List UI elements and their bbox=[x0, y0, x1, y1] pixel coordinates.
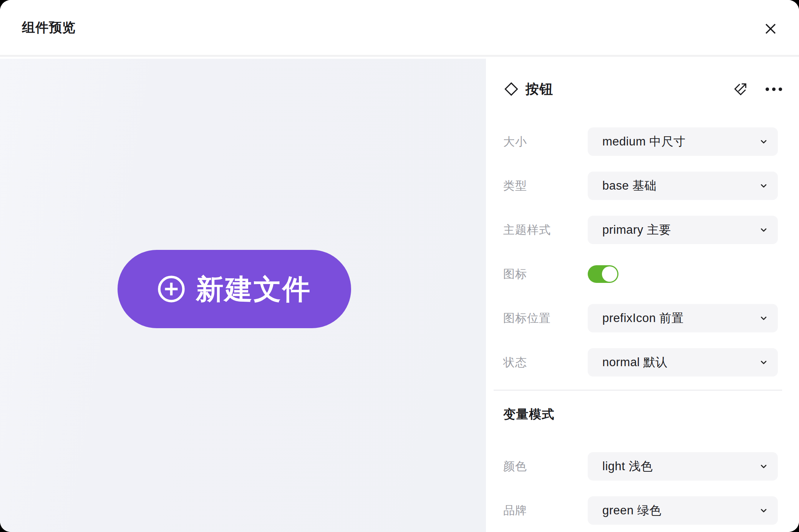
toggle-knob bbox=[602, 266, 617, 282]
prop-row-icon-position: 图标位置 prefixIcon 前置 bbox=[503, 304, 778, 332]
chevron-down-icon bbox=[759, 225, 769, 235]
open-in-new-icon bbox=[733, 81, 748, 97]
modal-title: 组件预览 bbox=[22, 19, 76, 36]
select-value: primary 主要 bbox=[602, 222, 671, 238]
preview-demo-button[interactable]: 新建文件 bbox=[118, 250, 351, 328]
component-name: 按钮 bbox=[525, 80, 553, 98]
icon-toggle[interactable] bbox=[588, 265, 618, 283]
more-dots-icon bbox=[766, 88, 782, 91]
section-title: 变量模式 bbox=[503, 406, 555, 423]
plus-circle-icon bbox=[157, 275, 185, 303]
preview-canvas: 新建文件 bbox=[0, 59, 486, 532]
section-divider bbox=[494, 390, 782, 391]
select-value: normal 默认 bbox=[602, 354, 668, 370]
chevron-down-icon bbox=[759, 181, 769, 191]
prop-row-icon: 图标 bbox=[503, 260, 778, 288]
chevron-down-icon bbox=[759, 313, 769, 323]
prop-label: 主题样式 bbox=[503, 216, 551, 244]
type-select[interactable]: base 基础 bbox=[588, 172, 778, 200]
properties-panel: 按钮 大小 medium 中尺寸 bbox=[486, 59, 799, 532]
demo-button-label: 新建文件 bbox=[196, 275, 311, 303]
prop-row-size: 大小 medium 中尺寸 bbox=[503, 127, 778, 156]
chevron-down-icon bbox=[759, 506, 769, 515]
prop-label: 颜色 bbox=[503, 452, 527, 481]
select-value: green 绿色 bbox=[602, 502, 661, 519]
prop-row-status: 状态 normal 默认 bbox=[503, 348, 778, 377]
select-value: light 浅色 bbox=[602, 458, 653, 474]
brand-select[interactable]: green 绿色 bbox=[588, 496, 778, 525]
panel-header: 按钮 bbox=[503, 80, 783, 98]
more-menu-button[interactable] bbox=[765, 81, 782, 97]
prop-label: 图标 bbox=[503, 260, 527, 288]
color-select[interactable]: light 浅色 bbox=[588, 452, 778, 481]
open-component-button[interactable] bbox=[732, 81, 749, 97]
icon-position-select[interactable]: prefixIcon 前置 bbox=[588, 304, 778, 332]
status-select[interactable]: normal 默认 bbox=[588, 348, 778, 377]
component-preview-modal: 组件预览 新建文件 按钮 bbox=[0, 0, 799, 532]
modal-header: 组件预览 bbox=[0, 0, 799, 57]
prop-label: 品牌 bbox=[503, 496, 527, 525]
select-value: prefixIcon 前置 bbox=[602, 310, 684, 326]
prop-label: 状态 bbox=[503, 348, 527, 377]
component-diamond-icon bbox=[503, 81, 519, 97]
size-select[interactable]: medium 中尺寸 bbox=[588, 127, 778, 156]
theme-select[interactable]: primary 主要 bbox=[588, 216, 778, 244]
chevron-down-icon bbox=[759, 357, 769, 367]
prop-label: 类型 bbox=[503, 172, 527, 200]
prop-row-theme: 主题样式 primary 主要 bbox=[503, 216, 778, 244]
close-button[interactable] bbox=[762, 20, 779, 37]
close-icon bbox=[763, 21, 779, 37]
prop-row-type: 类型 base 基础 bbox=[503, 172, 778, 200]
select-value: medium 中尺寸 bbox=[602, 134, 686, 150]
prop-label: 大小 bbox=[503, 127, 527, 156]
prop-row-brand: 品牌 green 绿色 bbox=[503, 496, 778, 525]
select-value: base 基础 bbox=[602, 178, 656, 194]
chevron-down-icon bbox=[759, 461, 769, 471]
chevron-down-icon bbox=[759, 137, 769, 147]
prop-label: 图标位置 bbox=[503, 304, 551, 332]
prop-row-color: 颜色 light 浅色 bbox=[503, 452, 778, 481]
